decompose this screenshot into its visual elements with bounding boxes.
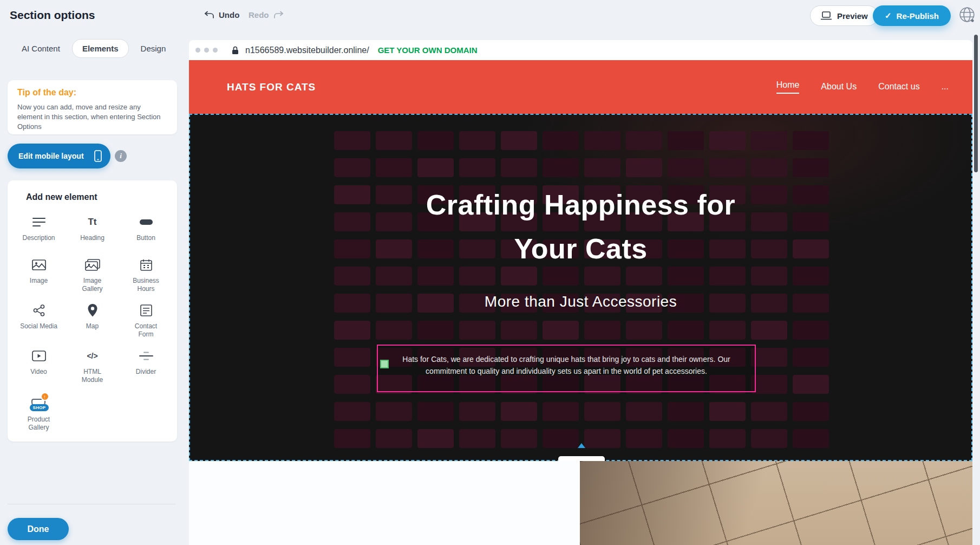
element-item-video[interactable]: Video bbox=[14, 348, 64, 384]
nav-item-about-us[interactable]: About Us bbox=[821, 82, 857, 93]
info-icon[interactable]: i bbox=[115, 150, 127, 162]
tip-body: Now you can add, move and resize any ele… bbox=[17, 102, 165, 132]
next-section-photo[interactable] bbox=[580, 461, 972, 545]
contact-form-icon bbox=[140, 302, 152, 319]
add-new-element-title: Add new element bbox=[26, 192, 177, 202]
site-nav: Home About Us Contact us ... bbox=[776, 60, 949, 114]
element-item-button[interactable]: Button bbox=[121, 214, 171, 248]
tab-elements[interactable]: Elements bbox=[72, 39, 129, 58]
site-header[interactable]: HATS FOR CATS Home About Us Contact us .… bbox=[189, 60, 972, 114]
shop-label: SHOP bbox=[30, 404, 49, 411]
image-gallery-icon bbox=[85, 257, 100, 273]
tab-design[interactable]: Design bbox=[141, 40, 166, 57]
page-title: Section options bbox=[10, 9, 95, 22]
element-item-contact-form[interactable]: Contact Form bbox=[121, 302, 171, 339]
browser-bar: n1566589.websitebuilder.online/ GET YOUR… bbox=[189, 40, 972, 60]
window-dots-icon bbox=[195, 48, 218, 53]
vertical-scrollbar[interactable] bbox=[974, 35, 978, 172]
element-item-heading[interactable]: Tt Heading bbox=[68, 214, 117, 248]
element-item-divider[interactable]: Divider bbox=[121, 348, 171, 384]
hero-tiles bbox=[334, 131, 829, 448]
image-icon bbox=[32, 257, 46, 273]
sidebar-divider bbox=[8, 504, 175, 504]
redo-button[interactable]: Redo bbox=[249, 10, 284, 20]
hero-paragraph-selected[interactable]: Hats for Cats, we are dedicated to craft… bbox=[377, 345, 756, 392]
element-item-product-gallery[interactable]: SHOP ↑ Product Gallery bbox=[14, 393, 64, 432]
hero-heading-line1: Crafting Happiness for bbox=[190, 183, 971, 227]
element-item-html-module[interactable]: </> HTML Module bbox=[68, 348, 117, 384]
undo-icon bbox=[204, 11, 214, 19]
section-resize-arrow-up-icon bbox=[578, 443, 585, 448]
lock-icon bbox=[232, 46, 239, 55]
product-gallery-icon: SHOP ↑ bbox=[28, 393, 50, 412]
element-item-business-hours[interactable]: Business Hours bbox=[121, 257, 171, 293]
globe-icon bbox=[958, 6, 976, 23]
element-item-image-gallery[interactable]: Image Gallery bbox=[68, 257, 117, 293]
site-logo[interactable]: HATS FOR CATS bbox=[227, 60, 316, 114]
add-new-element-panel: Add new element Description Tt Heading B… bbox=[8, 180, 177, 442]
element-label: Video bbox=[19, 368, 58, 376]
next-section-background[interactable] bbox=[189, 461, 580, 545]
element-label: Divider bbox=[127, 368, 166, 376]
redo-icon bbox=[273, 11, 284, 19]
edit-mobile-label: Edit mobile layout bbox=[18, 152, 84, 160]
tab-ai-content[interactable]: AI Content bbox=[22, 40, 60, 57]
element-grid: Description Tt Heading Button Image Imag… bbox=[8, 214, 177, 432]
resize-handle-left[interactable] bbox=[380, 360, 389, 368]
element-label: Description bbox=[19, 234, 58, 242]
hero-heading[interactable]: Crafting Happiness for Your Cats bbox=[190, 183, 971, 271]
redo-label: Redo bbox=[249, 10, 269, 20]
video-icon bbox=[32, 348, 46, 364]
undo-label: Undo bbox=[219, 10, 239, 20]
nav-more-icon[interactable]: ... bbox=[942, 82, 949, 93]
check-icon: ✓ bbox=[885, 11, 892, 21]
element-label: Heading bbox=[73, 234, 112, 242]
element-label: Business Hours bbox=[127, 277, 166, 293]
edit-mobile-layout-button[interactable]: Edit mobile layout bbox=[8, 144, 110, 168]
nav-item-contact-us[interactable]: Contact us bbox=[878, 82, 919, 93]
element-label: Product Gallery bbox=[19, 416, 58, 432]
app-window: Section options Undo Redo Preview ✓ Re-P… bbox=[0, 0, 980, 545]
upgrade-badge-icon: ↑ bbox=[41, 392, 49, 401]
element-label: Map bbox=[73, 322, 112, 330]
element-label: Contact Form bbox=[127, 322, 166, 339]
republish-button[interactable]: ✓ Re-Publish bbox=[873, 5, 951, 26]
button-icon bbox=[139, 214, 153, 230]
hero-paragraph-text: Hats for Cats, we are dedicated to craft… bbox=[378, 346, 755, 377]
hero-subheading[interactable]: More than Just Accessories bbox=[190, 291, 971, 313]
sidebar-tabs: AI Content Elements Design bbox=[22, 39, 166, 58]
element-item-social-media[interactable]: Social Media bbox=[14, 302, 64, 339]
republish-label: Re-Publish bbox=[897, 11, 939, 21]
done-button[interactable]: Done bbox=[8, 518, 69, 540]
tip-of-the-day-card: Tip of the day: Now you can add, move an… bbox=[8, 80, 177, 134]
business-hours-icon bbox=[140, 257, 152, 273]
nav-item-home[interactable]: Home bbox=[776, 80, 800, 94]
map-icon bbox=[88, 302, 97, 319]
element-label: Button bbox=[127, 234, 166, 242]
element-label: HTML Module bbox=[73, 368, 112, 384]
phone-icon bbox=[94, 150, 102, 162]
element-item-description[interactable]: Description bbox=[14, 214, 64, 248]
description-icon bbox=[32, 214, 45, 230]
language-globe-button[interactable] bbox=[958, 6, 976, 25]
preview-label: Preview bbox=[837, 11, 868, 21]
hero-section[interactable]: Crafting Happiness for Your Cats More th… bbox=[189, 114, 972, 461]
heading-icon: Tt bbox=[88, 214, 96, 230]
tip-title: Tip of the day: bbox=[17, 88, 167, 98]
html-module-icon: </> bbox=[87, 348, 97, 364]
element-item-map[interactable]: Map bbox=[68, 302, 117, 339]
element-item-image[interactable]: Image bbox=[14, 257, 64, 293]
divider-icon bbox=[139, 348, 153, 364]
preview-button[interactable]: Preview bbox=[810, 5, 878, 26]
element-label: Social Media bbox=[19, 322, 58, 330]
hero-heading-line2: Your Cats bbox=[190, 227, 971, 271]
monitor-icon bbox=[820, 11, 832, 20]
get-your-own-domain-link[interactable]: GET YOUR OWN DOMAIN bbox=[378, 46, 478, 55]
social-media-icon bbox=[33, 302, 45, 319]
element-label: Image Gallery bbox=[73, 277, 112, 293]
site-url[interactable]: n1566589.websitebuilder.online/ bbox=[245, 46, 369, 55]
element-label: Image bbox=[19, 277, 58, 285]
undo-button[interactable]: Undo bbox=[204, 10, 239, 20]
